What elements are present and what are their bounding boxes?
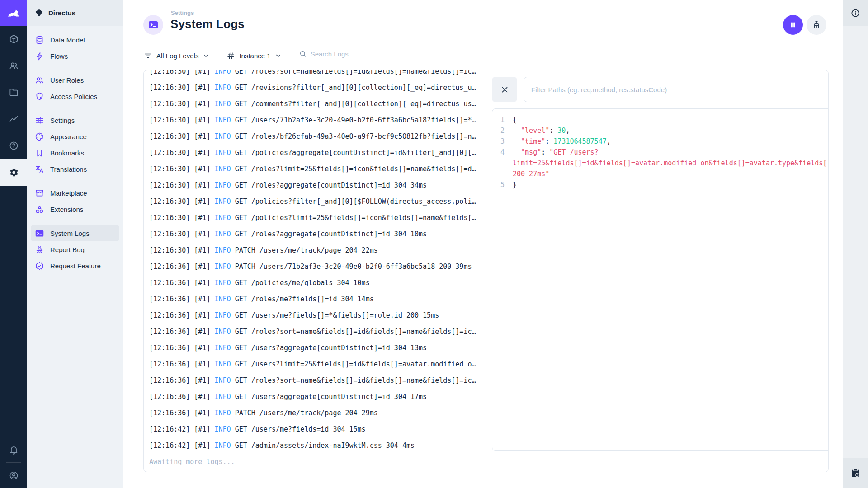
log-row[interactable]: [12:16:36] [#1] INFO GET /users?aggregat…: [149, 389, 486, 405]
module-content[interactable]: [0, 26, 27, 52]
log-row[interactable]: [12:16:30] [#1] INFO GET /roles?sort=nam…: [149, 70, 486, 80]
sidebar-item-request-feature[interactable]: Request Feature: [31, 258, 119, 274]
chevron-down-icon: [203, 52, 209, 59]
sidebar-item-label: System Logs: [50, 230, 90, 237]
directus-logo[interactable]: [0, 0, 27, 26]
log-row[interactable]: [12:16:36] [#1] INFO GET /policies/me/gl…: [149, 275, 486, 291]
search-logs-input[interactable]: [311, 50, 382, 58]
sidebar-item-extensions[interactable]: Extensions: [31, 201, 119, 217]
log-row[interactable]: [12:16:36] [#1] INFO GET /users?aggregat…: [149, 340, 486, 356]
module-users[interactable]: [0, 52, 27, 79]
log-level-filter-label: All Log Levels: [156, 52, 198, 60]
log-level-badge: INFO: [215, 165, 231, 173]
log-row[interactable]: [12:16:42] [#1] INFO GET /admin/assets/i…: [149, 437, 486, 454]
module-settings[interactable]: [0, 159, 27, 186]
sidebar-item-label: Appearance: [50, 133, 87, 141]
module-notifications[interactable]: [0, 437, 27, 462]
logs-container: [12:16:30] [#1] INFO GET /roles?sort=nam…: [143, 70, 829, 472]
sidebar-item-label: Access Policies: [50, 93, 97, 100]
main-content: Settings System Logs All Log Levels: [123, 0, 843, 488]
log-row[interactable]: [12:16:30] [#1] INFO GET /policies?aggre…: [149, 145, 486, 161]
sidebar-item-report-bug[interactable]: Report Bug: [31, 241, 119, 258]
shield-icon: [35, 92, 44, 101]
log-level-badge: INFO: [215, 263, 231, 271]
log-row[interactable]: [12:16:36] [#1] INFO GET /users?limit=25…: [149, 356, 486, 372]
log-row[interactable]: [12:16:30] [#1] INFO GET /roles?limit=25…: [149, 161, 486, 177]
module-files[interactable]: [0, 79, 27, 106]
clear-logs-button[interactable]: [807, 15, 826, 35]
gear-icon: [9, 167, 19, 178]
log-row[interactable]: [12:16:30] [#1] INFO GET /roles?aggregat…: [149, 177, 486, 193]
log-level-badge: INFO: [215, 246, 231, 254]
instance-filter[interactable]: Instance 1: [226, 52, 281, 60]
rabbit-logo-icon: [6, 6, 21, 20]
sidebar-item-label: User Roles: [50, 76, 84, 84]
activity-drawer-button[interactable]: [843, 458, 868, 488]
log-row[interactable]: [12:16:30] [#1] INFO GET /roles?aggregat…: [149, 226, 486, 242]
sidebar-item-translations[interactable]: Translations: [31, 161, 119, 177]
log-row[interactable]: [12:16:36] [#1] INFO GET /roles/me?field…: [149, 291, 486, 307]
line-number: 5: [492, 179, 509, 190]
bolt-icon: [35, 52, 44, 61]
sidebar-item-flows[interactable]: Flows: [31, 48, 119, 64]
log-row[interactable]: [12:16:30] [#1] INFO GET /policies?limit…: [149, 210, 486, 226]
database-icon: [35, 35, 44, 45]
info-sidebar-button[interactable]: [843, 0, 868, 26]
instance-filter-label: Instance 1: [239, 52, 270, 60]
log-row[interactable]: [12:16:30] [#1] INFO GET /policies?filte…: [149, 193, 486, 210]
pause-logs-button[interactable]: [783, 15, 803, 35]
sidebar-item-label: Marketplace: [50, 189, 87, 197]
folder-icon: [9, 87, 19, 98]
code-line: 4 "msg": "GET /users?​limit=25&fields[]=…: [492, 147, 829, 179]
sidebar-item-appearance[interactable]: Appearance: [31, 128, 119, 145]
pause-icon: [788, 20, 797, 29]
module-account[interactable]: [0, 463, 27, 488]
log-row[interactable]: [12:16:42] [#1] INFO GET /users/me?field…: [149, 421, 486, 437]
filter-paths-input[interactable]: [531, 86, 829, 94]
project-header[interactable]: Directus: [27, 0, 123, 26]
breadcrumb[interactable]: Settings: [171, 9, 194, 16]
log-row[interactable]: [12:16:30] [#1] INFO GET /roles/bf26cfab…: [149, 128, 486, 145]
log-row[interactable]: [12:16:30] [#1] INFO GET /comments?filte…: [149, 96, 486, 112]
log-row[interactable]: [12:16:30] [#1] INFO GET /revisions?filt…: [149, 80, 486, 96]
sidebar-item-data-model[interactable]: Data Model: [31, 32, 119, 48]
log-level-badge: INFO: [215, 214, 231, 222]
log-stream-pane[interactable]: [12:16:30] [#1] INFO GET /roles?sort=nam…: [144, 70, 486, 472]
sidebar-divider: [33, 221, 117, 221]
sidebar-item-marketplace[interactable]: Marketplace: [31, 185, 119, 201]
log-row[interactable]: [12:16:36] [#1] INFO PATCH /users/me/tra…: [149, 405, 486, 421]
log-row[interactable]: [12:16:30] [#1] INFO GET /users/71b2af3e…: [149, 112, 486, 128]
log-list: [12:16:30] [#1] INFO GET /roles?sort=nam…: [149, 70, 486, 454]
close-detail-button[interactable]: [492, 77, 517, 102]
sidebar-item-settings[interactable]: Settings: [31, 112, 119, 128]
sidebar-item-label: Extensions: [50, 206, 83, 213]
module-docs[interactable]: [0, 132, 27, 159]
module-bar-bottom: [0, 437, 27, 488]
log-level-filter[interactable]: All Log Levels: [144, 52, 209, 60]
log-level-badge: INFO: [215, 360, 231, 368]
log-row[interactable]: [12:16:36] [#1] INFO GET /roles?sort=nam…: [149, 324, 486, 340]
module-insights[interactable]: [0, 106, 27, 132]
sidebar-item-bookmarks[interactable]: Bookmarks: [31, 145, 119, 161]
right-sidebar-strip: [843, 0, 868, 488]
log-level-badge: INFO: [215, 441, 231, 450]
log-row[interactable]: [12:16:36] [#1] INFO PATCH /users/71b2af…: [149, 258, 486, 275]
sidebar-item-label: Request Feature: [50, 262, 101, 270]
log-level-badge: INFO: [215, 376, 231, 385]
sidebar-item-label: Translations: [50, 165, 87, 173]
log-row[interactable]: [12:16:36] [#1] INFO GET /users/me?field…: [149, 307, 486, 324]
sidebar-divider: [33, 108, 117, 108]
log-detail-pane: 1{2 "level": 30,3 "time": 1731064587547,…: [486, 70, 829, 472]
log-row[interactable]: [12:16:36] [#1] INFO GET /roles?sort=nam…: [149, 372, 486, 389]
filter-paths-field: [524, 77, 829, 102]
bell-icon: [9, 445, 19, 455]
line-content: {: [509, 114, 829, 125]
log-level-badge: INFO: [215, 279, 231, 287]
header-actions: [783, 15, 826, 35]
page-title: System Logs: [170, 17, 245, 31]
sidebar-item-access-policies[interactable]: Access Policies: [31, 88, 119, 104]
log-row[interactable]: [12:16:30] [#1] INFO PATCH /users/me/tra…: [149, 242, 486, 258]
awaiting-logs-text: Awaiting more logs...: [149, 454, 486, 470]
sidebar-item-system-logs[interactable]: System Logs: [31, 225, 119, 241]
sidebar-item-user-roles[interactable]: User Roles: [31, 72, 119, 88]
